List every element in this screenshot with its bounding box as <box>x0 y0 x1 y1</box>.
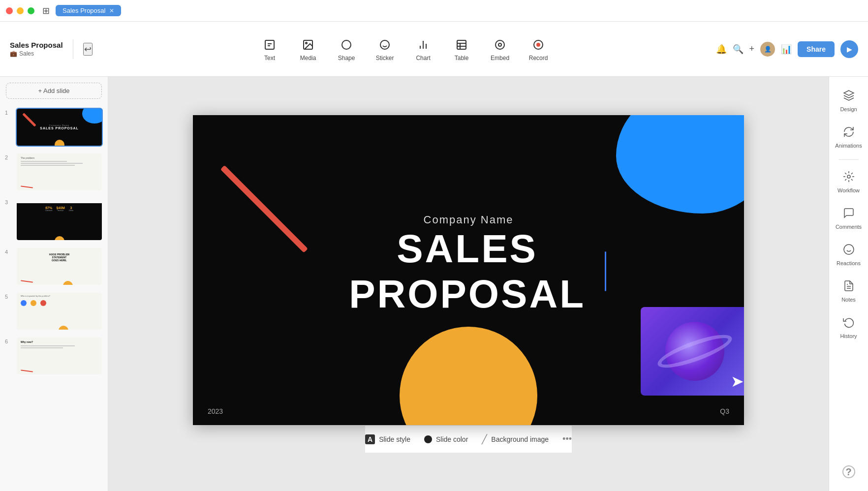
svg-rect-12 <box>457 40 466 49</box>
slide-number-1: 1 <box>5 108 12 116</box>
planet-sticker[interactable]: ➤ <box>641 307 744 396</box>
document-title: Sales Proposal <box>10 41 63 49</box>
slide-style-label: Slide style <box>379 435 410 443</box>
help-button[interactable]: ? <box>832 460 866 483</box>
slide-thumb-3[interactable]: 67% Customers $40M Revenue 3 Clients <box>16 197 103 241</box>
close-icon[interactable]: ✕ <box>109 7 114 14</box>
panel-comments[interactable]: Comments <box>832 202 866 235</box>
slide-item-1[interactable]: 1 Company Name SALES PROPOSAL <box>0 105 108 150</box>
planet-ring <box>654 329 735 374</box>
shape-label: Shape <box>338 55 355 61</box>
title-bar: ⊞ Sales Proposal ✕ <box>0 0 868 22</box>
reactions-label: Reactions <box>837 260 861 266</box>
tool-shape[interactable]: Shape <box>334 37 359 61</box>
slide-item-6[interactable]: 6 Why now? <box>0 334 108 378</box>
design-icon <box>843 90 855 104</box>
search-button[interactable]: 🔍 <box>733 44 744 55</box>
toolbar-actions: 🔔 🔍 + 👤 📊 Share ▶ <box>716 40 858 58</box>
help-icon: ? <box>842 465 855 478</box>
slide-text-area: Company Name SALES PROPOSAL <box>331 214 606 317</box>
quarter-label: Q3 <box>720 407 729 415</box>
toolbar: Sales Proposal 💼 Sales ↩ Text Media <box>0 22 868 77</box>
chart-icon <box>415 37 431 53</box>
tool-sticker[interactable]: Sticker <box>372 37 397 61</box>
play-button[interactable]: ▶ <box>840 40 858 58</box>
add-button[interactable]: + <box>749 44 755 54</box>
right-divider-1 <box>839 159 859 160</box>
toolbar-divider-1 <box>73 39 73 59</box>
slide-item-5[interactable]: 5 Who is impacted by this problem? <box>0 289 108 334</box>
slide-thumb-6[interactable]: Why now? <box>16 337 103 375</box>
minimize-dot[interactable] <box>17 7 24 14</box>
tool-record[interactable]: Record <box>526 37 551 61</box>
slide-style-item[interactable]: A Slide style <box>365 434 410 444</box>
company-name-text: Company Name <box>331 214 606 226</box>
panel-reactions[interactable]: Reactions <box>832 239 866 271</box>
svg-point-17 <box>498 43 501 46</box>
planet-shape <box>665 322 724 381</box>
presentation-icon: 📊 <box>781 44 792 55</box>
notification-button[interactable]: 🔔 <box>716 44 727 55</box>
design-label: Design <box>840 106 857 112</box>
panel-history[interactable]: History <box>832 311 866 344</box>
animations-label: Animations <box>835 143 862 149</box>
slide-number-5: 5 <box>5 292 12 300</box>
workflow-icon <box>843 171 855 185</box>
record-label: Record <box>529 55 548 61</box>
more-options-button[interactable]: ••• <box>562 434 572 444</box>
notes-label: Notes <box>841 297 856 303</box>
svg-point-6 <box>380 40 389 49</box>
media-icon <box>300 37 316 53</box>
bg-image-label: Background image <box>491 435 549 443</box>
close-dot[interactable] <box>6 7 13 14</box>
svg-point-5 <box>342 40 351 49</box>
right-panel: Design Animations Workflow Comments <box>829 77 868 491</box>
panel-design[interactable]: Design <box>832 85 866 117</box>
panel-notes[interactable]: Notes <box>832 275 866 307</box>
table-icon <box>454 37 469 53</box>
maximize-dot[interactable] <box>28 7 34 14</box>
panel-animations[interactable]: Animations <box>832 121 866 153</box>
undo-button[interactable]: ↩ <box>83 43 93 56</box>
slide-color-label: Slide color <box>436 435 468 443</box>
tool-embed[interactable]: Embed <box>488 37 512 61</box>
embed-label: Embed <box>491 55 509 61</box>
text-icon <box>262 37 278 53</box>
slide-number-3: 3 <box>5 197 12 205</box>
tool-table[interactable]: Table <box>449 37 474 61</box>
workflow-label: Workflow <box>837 187 860 193</box>
shape-icon <box>339 37 354 53</box>
document-subtitle: 💼 Sales <box>10 50 63 57</box>
avatar: 👤 <box>760 42 775 57</box>
bg-image-item[interactable]: ╱ Background image <box>482 434 549 445</box>
tool-chart[interactable]: Chart <box>411 37 435 61</box>
slide-number-4: 4 <box>5 247 12 255</box>
add-slide-button[interactable]: + Add slide <box>6 83 102 99</box>
notes-icon <box>843 280 855 295</box>
slide-item-2[interactable]: 2 The problem <box>0 150 108 194</box>
slide-thumb-1[interactable]: Company Name SALES PROPOSAL <box>16 108 103 147</box>
slide-thumb-2[interactable]: The problem <box>16 153 103 191</box>
comments-icon <box>843 207 855 222</box>
active-tab[interactable]: Sales Proposal ✕ <box>56 5 121 16</box>
slide-number-6: 6 <box>5 337 12 344</box>
slide-item-4[interactable]: 4 HUGE PROBLEM STATEMENT GOES HERE. <box>0 244 108 289</box>
slide-panel: + Add slide 1 Company Name SALES PROPOSA… <box>0 77 108 491</box>
reactions-icon <box>843 244 855 258</box>
tool-text[interactable]: Text <box>257 37 282 61</box>
slide-item-3[interactable]: 3 67% Customers $40M Revenue 3 <box>0 194 108 244</box>
slide-thumb-5[interactable]: Who is impacted by this problem? <box>16 292 103 331</box>
help-section: ? <box>832 460 866 483</box>
record-icon <box>530 37 546 53</box>
toolbar-title-area: Sales Proposal 💼 Sales <box>10 41 63 57</box>
share-button[interactable]: Share <box>798 41 835 57</box>
slide-color-item[interactable]: Slide color <box>424 435 468 443</box>
year-label: 2023 <box>208 407 223 415</box>
slide-thumb-4[interactable]: HUGE PROBLEM STATEMENT GOES HERE. <box>16 247 103 286</box>
subtitle-emoji: 💼 <box>10 50 17 57</box>
svg-rect-0 <box>265 40 274 49</box>
panel-workflow[interactable]: Workflow <box>832 166 866 198</box>
canvas-area: Company Name SALES PROPOSAL 2023 Q3 ➤ <box>108 77 829 491</box>
tool-media[interactable]: Media <box>296 37 320 61</box>
red-line-decoration <box>220 165 308 253</box>
